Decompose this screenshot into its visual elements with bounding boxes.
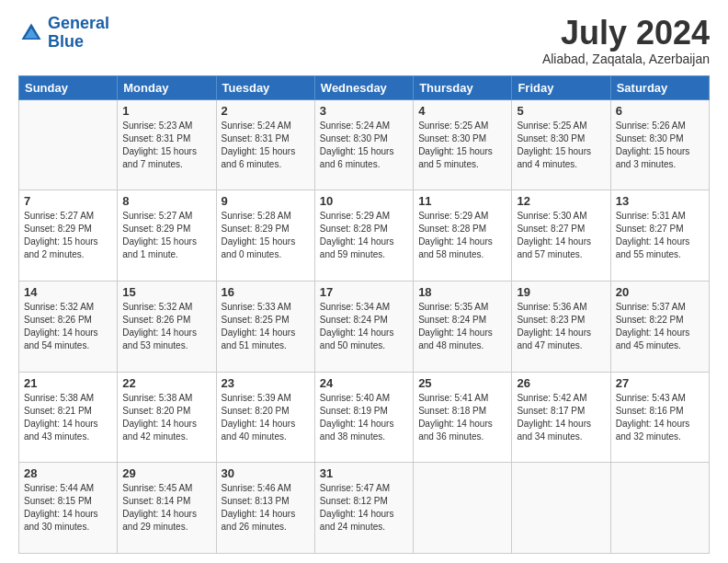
day-info: Sunrise: 5:27 AM Sunset: 8:29 PM Dayligh… bbox=[24, 210, 112, 261]
calendar-cell: 19Sunrise: 5:36 AM Sunset: 8:23 PM Dayli… bbox=[512, 281, 610, 372]
calendar-cell: 14Sunrise: 5:32 AM Sunset: 8:26 PM Dayli… bbox=[19, 281, 118, 372]
day-info: Sunrise: 5:26 AM Sunset: 8:30 PM Dayligh… bbox=[616, 120, 704, 171]
col-sunday: Sunday bbox=[19, 75, 118, 99]
calendar-cell: 10Sunrise: 5:29 AM Sunset: 8:28 PM Dayli… bbox=[314, 190, 413, 282]
day-info: Sunrise: 5:23 AM Sunset: 8:31 PM Dayligh… bbox=[122, 120, 210, 171]
day-info: Sunrise: 5:30 AM Sunset: 8:27 PM Dayligh… bbox=[517, 210, 605, 261]
day-number: 25 bbox=[418, 376, 506, 390]
day-number: 11 bbox=[418, 194, 506, 208]
calendar-body: 1Sunrise: 5:23 AM Sunset: 8:31 PM Daylig… bbox=[19, 99, 710, 553]
day-info: Sunrise: 5:34 AM Sunset: 8:24 PM Dayligh… bbox=[320, 301, 408, 352]
calendar-cell: 24Sunrise: 5:40 AM Sunset: 8:19 PM Dayli… bbox=[314, 372, 413, 463]
calendar-cell: 22Sunrise: 5:38 AM Sunset: 8:20 PM Dayli… bbox=[118, 372, 216, 463]
calendar-cell: 2Sunrise: 5:24 AM Sunset: 8:31 PM Daylig… bbox=[216, 99, 314, 190]
col-saturday: Saturday bbox=[610, 75, 709, 99]
header: General Blue July 2024 Aliabad, Zaqatala… bbox=[18, 15, 710, 66]
calendar-cell bbox=[414, 463, 512, 554]
day-number: 21 bbox=[24, 376, 112, 390]
day-number: 4 bbox=[418, 104, 506, 118]
calendar-row: 21Sunrise: 5:38 AM Sunset: 8:21 PM Dayli… bbox=[19, 372, 710, 463]
day-number: 19 bbox=[517, 285, 605, 299]
day-number: 15 bbox=[122, 285, 210, 299]
day-info: Sunrise: 5:38 AM Sunset: 8:20 PM Dayligh… bbox=[122, 392, 210, 443]
calendar-cell: 13Sunrise: 5:31 AM Sunset: 8:27 PM Dayli… bbox=[610, 190, 709, 282]
calendar-cell: 23Sunrise: 5:39 AM Sunset: 8:20 PM Dayli… bbox=[216, 372, 314, 463]
day-number: 22 bbox=[122, 376, 210, 390]
calendar-cell bbox=[512, 463, 610, 554]
col-friday: Friday bbox=[512, 75, 610, 99]
calendar-cell: 11Sunrise: 5:29 AM Sunset: 8:28 PM Dayli… bbox=[414, 190, 512, 282]
day-info: Sunrise: 5:39 AM Sunset: 8:20 PM Dayligh… bbox=[222, 392, 310, 443]
day-number: 30 bbox=[222, 466, 310, 480]
logo-line1: General bbox=[48, 14, 109, 32]
day-info: Sunrise: 5:24 AM Sunset: 8:31 PM Dayligh… bbox=[222, 120, 310, 171]
day-number: 16 bbox=[222, 285, 310, 299]
day-info: Sunrise: 5:41 AM Sunset: 8:18 PM Dayligh… bbox=[418, 392, 506, 443]
day-info: Sunrise: 5:40 AM Sunset: 8:19 PM Dayligh… bbox=[320, 392, 408, 443]
day-info: Sunrise: 5:32 AM Sunset: 8:26 PM Dayligh… bbox=[24, 301, 112, 352]
calendar-cell: 9Sunrise: 5:28 AM Sunset: 8:29 PM Daylig… bbox=[216, 190, 314, 282]
subtitle: Aliabad, Zaqatala, Azerbaijan bbox=[542, 52, 710, 66]
calendar-cell: 21Sunrise: 5:38 AM Sunset: 8:21 PM Dayli… bbox=[19, 372, 118, 463]
day-info: Sunrise: 5:33 AM Sunset: 8:25 PM Dayligh… bbox=[222, 301, 310, 352]
logo: General Blue bbox=[18, 15, 109, 52]
day-number: 2 bbox=[222, 104, 310, 118]
day-info: Sunrise: 5:35 AM Sunset: 8:24 PM Dayligh… bbox=[418, 301, 506, 352]
day-info: Sunrise: 5:29 AM Sunset: 8:28 PM Dayligh… bbox=[320, 210, 408, 261]
col-wednesday: Wednesday bbox=[314, 75, 413, 99]
header-row: Sunday Monday Tuesday Wednesday Thursday… bbox=[19, 75, 710, 99]
day-number: 8 bbox=[122, 194, 210, 208]
day-info: Sunrise: 5:24 AM Sunset: 8:30 PM Dayligh… bbox=[320, 120, 408, 171]
day-info: Sunrise: 5:44 AM Sunset: 8:15 PM Dayligh… bbox=[24, 482, 112, 534]
day-info: Sunrise: 5:45 AM Sunset: 8:14 PM Dayligh… bbox=[122, 482, 210, 534]
day-number: 3 bbox=[320, 104, 408, 118]
day-info: Sunrise: 5:27 AM Sunset: 8:29 PM Dayligh… bbox=[122, 210, 210, 261]
day-number: 24 bbox=[320, 376, 408, 390]
day-info: Sunrise: 5:32 AM Sunset: 8:26 PM Dayligh… bbox=[122, 301, 210, 352]
day-info: Sunrise: 5:28 AM Sunset: 8:29 PM Dayligh… bbox=[222, 210, 310, 261]
day-info: Sunrise: 5:25 AM Sunset: 8:30 PM Dayligh… bbox=[517, 120, 605, 171]
day-number: 7 bbox=[24, 194, 112, 208]
calendar-cell: 3Sunrise: 5:24 AM Sunset: 8:30 PM Daylig… bbox=[314, 99, 413, 190]
calendar-cell: 29Sunrise: 5:45 AM Sunset: 8:14 PM Dayli… bbox=[118, 463, 216, 554]
day-number: 9 bbox=[222, 194, 310, 208]
calendar-row: 1Sunrise: 5:23 AM Sunset: 8:31 PM Daylig… bbox=[19, 99, 710, 190]
day-number: 5 bbox=[517, 104, 605, 118]
logo-text: General Blue bbox=[48, 15, 109, 52]
day-number: 20 bbox=[616, 285, 704, 299]
day-number: 18 bbox=[418, 285, 506, 299]
day-info: Sunrise: 5:47 AM Sunset: 8:12 PM Dayligh… bbox=[320, 482, 408, 534]
calendar-cell bbox=[610, 463, 709, 554]
calendar-cell: 30Sunrise: 5:46 AM Sunset: 8:13 PM Dayli… bbox=[216, 463, 314, 554]
day-info: Sunrise: 5:31 AM Sunset: 8:27 PM Dayligh… bbox=[616, 210, 704, 261]
day-info: Sunrise: 5:42 AM Sunset: 8:17 PM Dayligh… bbox=[517, 392, 605, 443]
calendar-row: 28Sunrise: 5:44 AM Sunset: 8:15 PM Dayli… bbox=[19, 463, 710, 554]
day-number: 12 bbox=[517, 194, 605, 208]
calendar-cell: 15Sunrise: 5:32 AM Sunset: 8:26 PM Dayli… bbox=[118, 281, 216, 372]
col-tuesday: Tuesday bbox=[216, 75, 314, 99]
logo-line2: Blue bbox=[48, 32, 84, 51]
calendar-cell: 8Sunrise: 5:27 AM Sunset: 8:29 PM Daylig… bbox=[118, 190, 216, 282]
day-number: 31 bbox=[320, 466, 408, 480]
page: General Blue July 2024 Aliabad, Zaqatala… bbox=[0, 0, 728, 563]
calendar-cell: 17Sunrise: 5:34 AM Sunset: 8:24 PM Dayli… bbox=[314, 281, 413, 372]
day-number: 29 bbox=[122, 466, 210, 480]
col-monday: Monday bbox=[118, 75, 216, 99]
day-number: 10 bbox=[320, 194, 408, 208]
calendar-header: Sunday Monday Tuesday Wednesday Thursday… bbox=[19, 75, 710, 99]
calendar-cell: 25Sunrise: 5:41 AM Sunset: 8:18 PM Dayli… bbox=[414, 372, 512, 463]
day-info: Sunrise: 5:37 AM Sunset: 8:22 PM Dayligh… bbox=[616, 301, 704, 352]
calendar-cell: 20Sunrise: 5:37 AM Sunset: 8:22 PM Dayli… bbox=[610, 281, 709, 372]
calendar-cell: 5Sunrise: 5:25 AM Sunset: 8:30 PM Daylig… bbox=[512, 99, 610, 190]
calendar-cell: 1Sunrise: 5:23 AM Sunset: 8:31 PM Daylig… bbox=[118, 99, 216, 190]
day-info: Sunrise: 5:43 AM Sunset: 8:16 PM Dayligh… bbox=[616, 392, 704, 443]
day-number: 23 bbox=[222, 376, 310, 390]
day-number: 27 bbox=[616, 376, 704, 390]
day-info: Sunrise: 5:25 AM Sunset: 8:30 PM Dayligh… bbox=[418, 120, 506, 171]
day-number: 28 bbox=[24, 466, 112, 480]
day-info: Sunrise: 5:38 AM Sunset: 8:21 PM Dayligh… bbox=[24, 392, 112, 443]
calendar-cell: 12Sunrise: 5:30 AM Sunset: 8:27 PM Dayli… bbox=[512, 190, 610, 282]
calendar-row: 7Sunrise: 5:27 AM Sunset: 8:29 PM Daylig… bbox=[19, 190, 710, 282]
calendar-cell bbox=[19, 99, 118, 190]
calendar-cell: 4Sunrise: 5:25 AM Sunset: 8:30 PM Daylig… bbox=[414, 99, 512, 190]
